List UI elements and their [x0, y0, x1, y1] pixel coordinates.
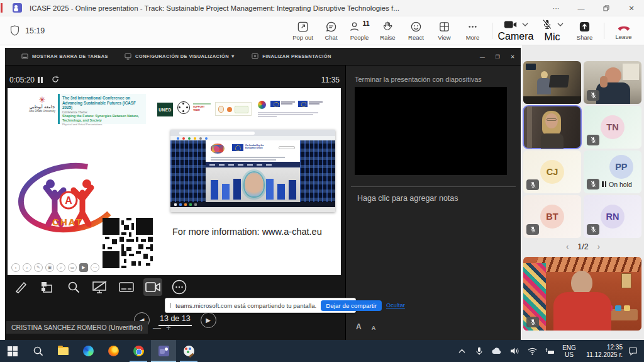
display-tool-button[interactable] [91, 278, 109, 296]
mic-chevron-icon[interactable] [557, 23, 564, 26]
hero-image [206, 167, 300, 202]
mic-button[interactable]: Mic [534, 19, 570, 43]
ppt-restore-button[interactable]: ❐ [493, 54, 502, 60]
camera-chevron-icon[interactable] [522, 23, 528, 26]
participant-tile[interactable]: TN [584, 106, 641, 149]
float-prev-button[interactable]: ‹ [11, 263, 20, 272]
pagination-prev-button[interactable]: ‹ [566, 242, 569, 251]
font-decrease-button[interactable]: A [372, 325, 376, 331]
float-next-button[interactable]: › [23, 263, 31, 272]
tray-mic-icon[interactable] [472, 340, 487, 362]
tray-onedrive-icon[interactable] [489, 340, 504, 362]
ppt-minimize-button[interactable]: — [478, 54, 487, 60]
tray-chevron-icon[interactable] [454, 340, 469, 362]
window-more-button[interactable]: ··· [543, 0, 569, 16]
chrome-button[interactable] [126, 340, 151, 362]
spotlight-video-tile[interactable] [523, 257, 641, 331]
meeting-timer: 15:19 [25, 26, 45, 35]
people-icon [349, 21, 361, 33]
pause-timer-button[interactable] [38, 77, 43, 83]
participant-video-tile[interactable] [523, 61, 581, 104]
hide-banner-link[interactable]: Ocultar [386, 302, 405, 308]
end-presentation-button[interactable]: FINALIZAR PRESENTACIÓN [252, 53, 331, 60]
display-settings-button[interactable]: CONFIGURACIÓN DE VISUALIZACIÓN ▼ [125, 53, 235, 60]
share-button[interactable]: Share [570, 21, 599, 41]
tray-time: 12:35 [581, 344, 623, 351]
leave-button[interactable]: Leave [609, 22, 638, 40]
camera-button[interactable]: Camera [497, 20, 534, 42]
raise-button[interactable]: Raise [374, 21, 402, 41]
more-tools-button[interactable] [170, 278, 189, 296]
avatar: CJ [540, 160, 564, 184]
window-restore-button[interactable] [594, 0, 619, 16]
edge-button[interactable] [75, 340, 101, 362]
font-increase-button[interactable]: A [356, 322, 362, 331]
magnifier-icon [66, 280, 81, 295]
restart-timer-button[interactable] [52, 76, 59, 83]
participant-tile[interactable]: RN [584, 195, 641, 238]
more-button[interactable]: More [458, 21, 487, 41]
float-more-button[interactable]: ⋯ [91, 263, 99, 272]
slide-canvas[interactable]: ✳ جامعة أبوظبي Abu Dhabi University The … [8, 88, 341, 275]
restart-icon [52, 76, 59, 83]
subtitles-button[interactable] [117, 278, 136, 296]
qr-code [103, 218, 153, 268]
tray-wifi-icon[interactable] [525, 340, 540, 362]
teams-taskbar-button[interactable] [151, 340, 176, 362]
tray-volume-icon[interactable] [507, 340, 522, 362]
participant-video-tile[interactable] [584, 61, 641, 104]
float-zoom-button[interactable]: ⌕ [57, 263, 65, 272]
chat-icon [325, 21, 337, 33]
zoom-tool-button[interactable] [64, 278, 83, 296]
zoom-in-button[interactable]: + [166, 323, 171, 332]
float-camera-button[interactable]: ▶ [79, 263, 88, 272]
float-slides-button[interactable]: ▣ [45, 263, 54, 272]
meeting-toolbar: 15:19 Pop out Chat 11 People Raise [0, 16, 644, 45]
people-button[interactable]: 11 People [345, 21, 374, 41]
pen-tool-button[interactable] [11, 278, 30, 296]
firefox-button[interactable] [101, 340, 126, 362]
stop-sharing-button[interactable]: Dejar de compartir [321, 300, 382, 311]
slide-sorter-button[interactable] [38, 278, 57, 296]
next-slide-button[interactable]: ▶ [201, 312, 216, 328]
file-explorer-button[interactable] [50, 340, 75, 362]
window-close-button[interactable]: ✕ [619, 0, 644, 16]
popout-button[interactable]: Pop out [289, 21, 317, 41]
ppt-close-button[interactable]: ✕ [508, 54, 517, 60]
participant-tile-on-hold[interactable]: PP On hold [584, 150, 641, 193]
chat-button[interactable]: Chat [317, 21, 345, 41]
start-button[interactable] [0, 340, 25, 362]
slide-floating-controls: ‹ › ✎ ▣ ⌕ ▭ ▶ ⋯ [11, 263, 99, 272]
on-hold-label: On hold [609, 181, 632, 188]
tray-ethernet-icon[interactable] [542, 340, 557, 362]
camera-tool-button[interactable] [143, 278, 162, 296]
participant-video-tile-active-speaker[interactable] [523, 106, 581, 149]
notification-center-button[interactable] [625, 340, 640, 362]
pagination-next-button[interactable]: › [597, 242, 600, 251]
paint-button[interactable] [176, 340, 201, 362]
window-titlebar: ICASF 2025 - Online presentation - Track… [0, 0, 644, 16]
float-pen-button[interactable]: ✎ [34, 263, 43, 272]
browser-chrome [170, 130, 335, 136]
language-indicator[interactable]: ENG US [560, 344, 579, 358]
participant-tile[interactable]: CJ [523, 150, 581, 193]
avatar: BT [540, 205, 564, 229]
monitor-pen-icon [92, 280, 108, 295]
participant-tile[interactable]: BT [523, 195, 581, 238]
camera-icon [504, 20, 518, 30]
react-button[interactable]: React [402, 21, 430, 41]
eu-flag-icon [270, 101, 280, 107]
window-minimize-button[interactable]: — [569, 0, 594, 16]
teams-app-icon [13, 3, 22, 13]
paint-icon [184, 346, 194, 356]
view-button[interactable]: View [430, 21, 458, 41]
search-button[interactable] [25, 340, 50, 362]
notes-placeholder[interactable]: Haga clic para agregar notas [357, 194, 458, 203]
show-taskbar-button[interactable]: MOSTRAR BARRA DE TAREAS [21, 53, 108, 60]
ppt-presenter-window: MOSTRAR BARRA DE TAREAS CONFIGURACIÓN DE… [5, 48, 521, 340]
tray-clock[interactable]: 12:35 11.12.2025 r. [581, 344, 623, 359]
zoom-out-button[interactable]: — [153, 323, 161, 332]
next-slide-thumbnail[interactable] [355, 87, 507, 175]
float-subtitle-button[interactable]: ▭ [68, 263, 77, 272]
avatar: RN [601, 205, 625, 229]
